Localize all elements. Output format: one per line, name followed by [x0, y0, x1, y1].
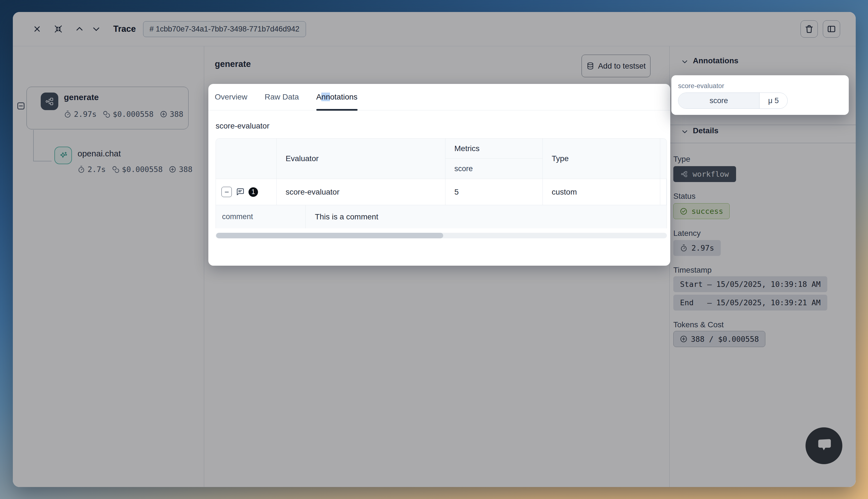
collapse-button[interactable]: [52, 23, 65, 35]
cell-score: 5: [445, 179, 543, 205]
support-chat-button[interactable]: [806, 427, 842, 464]
metric-pill[interactable]: score μ 5: [678, 93, 788, 109]
details-section-title: Details: [693, 126, 719, 135]
comment-count-badge: 1: [249, 187, 258, 197]
span-name: generate: [64, 93, 99, 102]
span-latency: 2.97s: [64, 110, 97, 119]
chat-bubble-icon: [815, 437, 833, 455]
row-collapse-toggle[interactable]: [221, 187, 232, 197]
comment-value: This is a comment: [306, 205, 667, 228]
span-detail-title: generate: [215, 59, 251, 69]
coins-icon: [103, 110, 110, 118]
tab-annotations[interactable]: Annotations: [316, 84, 358, 110]
toggle-sidebar-button[interactable]: [823, 20, 840, 38]
app-background: Trace # 1cbb70e7-34a1-7bb7-3498-771b7d46…: [0, 0, 868, 499]
cell-evaluator: score-evaluator: [277, 179, 445, 205]
llm-span-icon: [55, 147, 72, 164]
timestamp-label: Timestamp: [673, 266, 712, 275]
horizontal-scrollbar[interactable]: [216, 233, 667, 238]
trace-modal: Trace # 1cbb70e7-34a1-7bb7-3498-771b7d46…: [13, 12, 856, 487]
tab-overview[interactable]: Overview: [215, 84, 248, 110]
active-tab-underline: [316, 109, 358, 111]
span-name[interactable]: openai.chat: [77, 149, 121, 158]
comment-icon: [236, 187, 245, 196]
annotations-section-title: Annotations: [693, 56, 738, 65]
plus-circle-icon: [169, 166, 176, 173]
status-badge: success: [673, 203, 730, 219]
shrink-icon: [54, 25, 63, 34]
timer-icon: [680, 244, 688, 252]
section-divider: [670, 125, 856, 125]
add-to-testset-button[interactable]: Add to testset: [581, 54, 650, 77]
type-label: Type: [673, 155, 690, 163]
trash-icon: [804, 24, 814, 34]
plus-circle-icon: [680, 335, 688, 343]
chevron-down-icon: [92, 25, 101, 34]
evaluator-section-title: score-evaluator: [216, 122, 670, 131]
details-section-toggle[interactable]: [680, 127, 689, 136]
cell-type: custom: [543, 179, 660, 205]
row-controls-cell: 1: [216, 179, 277, 205]
section-divider: [670, 143, 856, 143]
header-metrics-group: Metrics score: [445, 138, 543, 179]
header-type: Type: [543, 138, 660, 179]
annotations-table: Evaluator Metrics score Type: [216, 138, 667, 228]
workflow-span-icon: [41, 93, 58, 110]
timer-icon: [64, 110, 71, 118]
comment-key: comment: [216, 205, 306, 228]
header-metric-score: score: [445, 159, 542, 179]
table-row: 1 score-evaluator 5 custom: [216, 179, 667, 205]
header-filler-cell: [660, 138, 667, 179]
latency-label: Latency: [673, 229, 701, 238]
chevron-down-icon: [680, 58, 689, 66]
span-tokens: 388: [169, 165, 192, 174]
span-latency: 2.7s: [77, 165, 106, 174]
span-detail-panel: generate Add to testset Overview Raw Dat…: [204, 46, 670, 487]
tab-raw-data[interactable]: Raw Data: [265, 84, 299, 110]
span-tabs: Overview Raw Data Annotations: [208, 84, 670, 110]
span-tokens: 388: [160, 110, 183, 119]
annotations-section-toggle[interactable]: [680, 57, 689, 66]
close-icon: [33, 25, 41, 34]
span-node-generate[interactable]: generate 2.97s $0.000558 388: [26, 87, 189, 129]
coins-icon: [112, 166, 119, 173]
prev-span-button[interactable]: [73, 23, 86, 35]
annotations-tab-panel: Overview Raw Data Annotations score-eval…: [208, 84, 670, 266]
timestamp-start-badge: Start — 15/05/2025, 10:39:18 AM: [673, 276, 827, 292]
plus-circle-icon: [160, 110, 167, 118]
span-metadata: 2.97s $0.000558 388: [64, 110, 183, 119]
trace-id-badge: # 1cbb70e7-34a1-7bb7-3498-771b7d46d942: [143, 21, 306, 37]
trace-topbar: Trace # 1cbb70e7-34a1-7bb7-3498-771b7d46…: [13, 12, 856, 46]
timer-icon: [77, 166, 85, 173]
text-selection: nn: [321, 93, 330, 101]
span-metadata: 2.7s $0.000558 388: [77, 165, 192, 174]
type-badge: workflow: [673, 166, 736, 182]
workflow-icon: [680, 170, 688, 178]
latency-badge: 2.97s: [673, 240, 721, 256]
tokens-cost-label: Tokens & Cost: [673, 320, 724, 329]
scrollbar-thumb[interactable]: [216, 233, 443, 238]
database-icon: [586, 62, 594, 70]
details-sidebar: Annotations score-evaluator score μ 5 De…: [670, 46, 856, 487]
tokens-cost-badge: 388 / $0.000558: [673, 331, 765, 347]
tree-connector: [33, 130, 34, 161]
minus-icon: [224, 189, 230, 195]
tree-collapse-toggle[interactable]: [16, 101, 26, 111]
comments-button[interactable]: [236, 187, 245, 197]
close-button[interactable]: [31, 23, 44, 35]
panel-layout-icon: [827, 24, 836, 34]
span-tree-panel: generate 2.97s $0.000558 388: [13, 46, 204, 487]
trace-title: Trace: [113, 24, 136, 34]
comment-row: comment This is a comment: [216, 205, 667, 228]
delete-trace-button[interactable]: [800, 20, 818, 38]
header-metrics: Metrics: [445, 138, 542, 159]
trace-body: generate 2.97s $0.000558 388: [13, 46, 856, 487]
metric-mean-value: μ 5: [760, 93, 787, 108]
span-cost: $0.000558: [112, 165, 162, 174]
status-label: Status: [673, 192, 695, 201]
check-circle-icon: [680, 207, 688, 215]
next-span-button[interactable]: [90, 23, 103, 35]
timestamp-end-badge: End — 15/05/2025, 10:39:21 AM: [673, 295, 827, 311]
chevron-down-icon: [680, 127, 689, 136]
sparkle-icon: [59, 151, 68, 160]
